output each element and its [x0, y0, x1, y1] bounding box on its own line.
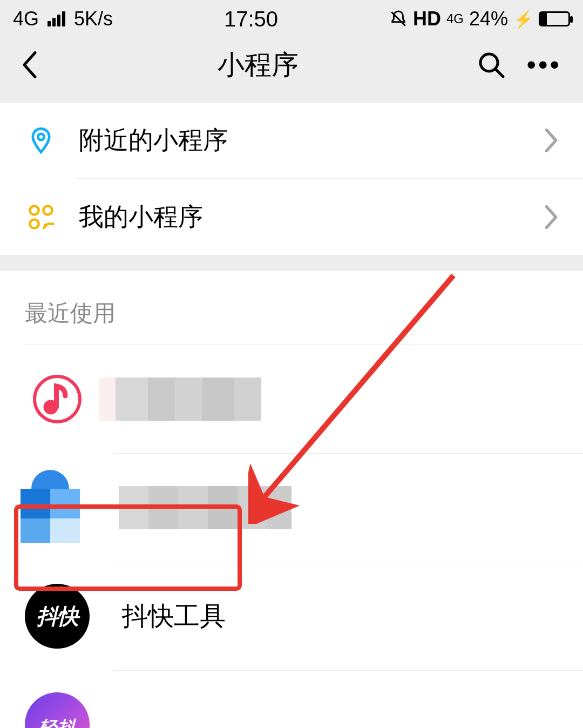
app-icon-redacted [25, 367, 90, 432]
location-icon [25, 124, 57, 157]
hd-label: HD [413, 8, 441, 30]
search-icon[interactable] [478, 51, 505, 78]
svg-point-4 [30, 206, 38, 214]
status-right: HD 4G 24% ⚡ [389, 8, 570, 30]
svg-point-1 [480, 54, 498, 71]
network-type: 4G [13, 8, 39, 30]
charging-icon: ⚡ [513, 10, 533, 29]
recent-item-doukuai[interactable]: 抖快 抖快工具 [0, 562, 583, 670]
battery-percent: 24% [469, 8, 508, 30]
status-time: 17:50 [224, 7, 278, 31]
menu-row-nearby[interactable]: 附近的小程序 [0, 103, 583, 178]
svg-point-6 [30, 219, 38, 228]
app-label-redacted [119, 486, 292, 529]
svg-line-2 [496, 70, 503, 77]
app-label-doukuai: 抖快工具 [90, 599, 583, 633]
status-left: 4G 5K/s [13, 8, 113, 30]
svg-point-3 [38, 134, 44, 140]
grid-icon [25, 201, 57, 233]
status-bar: 4G 5K/s 17:50 HD 4G 24% ⚡ [0, 0, 583, 38]
chevron-right-icon [544, 205, 558, 229]
menu-label-nearby: 附近的小程序 [57, 124, 544, 157]
more-icon[interactable]: ••• [526, 51, 561, 78]
app-label-redacted [99, 378, 261, 421]
app-icon-doukuai: 抖快 [25, 584, 90, 649]
network-speed: 5K/s [74, 8, 113, 30]
section-header-recent: 最近使用 [0, 271, 583, 345]
chevron-right-icon [544, 129, 558, 152]
bell-mute-icon [389, 10, 408, 28]
recent-item-2[interactable] [0, 454, 583, 562]
back-icon[interactable] [22, 51, 38, 78]
menu-row-mine[interactable]: 我的小程序 [0, 179, 583, 255]
battery-icon [539, 11, 570, 26]
menu-label-mine: 我的小程序 [57, 200, 544, 234]
svg-point-5 [43, 206, 52, 214]
app-icon-text: 抖快 [37, 602, 78, 631]
app-icon-qingdou: 轻抖 [25, 692, 90, 728]
app-icon-text: 轻抖 [39, 716, 76, 728]
net-badge: 4G [446, 12, 464, 25]
page-title: 小程序 [218, 47, 299, 83]
nav-bar: 小程序 ••• [0, 38, 583, 103]
recent-item-1[interactable] [0, 345, 583, 453]
section-gap [0, 255, 583, 271]
signal-icon [48, 11, 65, 26]
app-icon-redacted [21, 470, 96, 545]
recent-item-4[interactable]: 轻抖 [0, 671, 583, 728]
